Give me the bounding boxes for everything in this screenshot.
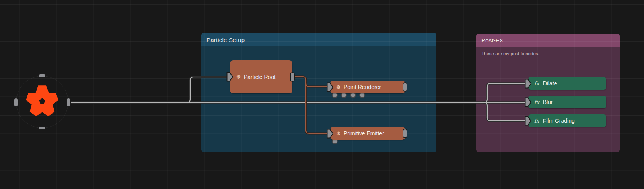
input-port-arrow[interactable] [524, 116, 532, 126]
wire-layer [0, 0, 644, 189]
input-port-arrow[interactable] [326, 82, 334, 93]
wire-to-film-grading[interactable] [484, 102, 527, 121]
wire-to-primitive-emitter[interactable] [294, 77, 327, 133]
start-node-port-top[interactable] [38, 73, 46, 78]
output-port[interactable] [403, 82, 407, 92]
node-film-grading[interactable]: fx Film Grading [528, 114, 606, 127]
node-dilate[interactable]: fx Dilate [528, 77, 606, 90]
wire-to-dilate-outline [484, 83, 527, 102]
input-port-arrow[interactable] [524, 78, 532, 89]
node-label: Point Renderer [344, 84, 381, 90]
node-label: Dilate [543, 80, 557, 87]
input-port-arrow[interactable] [226, 71, 233, 82]
particle-wire-outline [294, 77, 327, 133]
node-label: Particle Root [244, 74, 276, 80]
wire-to-film-grading-outline [484, 102, 527, 121]
fx-icon: fx [534, 99, 539, 105]
node-blur[interactable]: fx Blur [528, 96, 606, 108]
star-logo-icon[interactable] [22, 81, 62, 122]
snowflake-icon: ❆ [336, 131, 340, 137]
node-label: Film Grading [543, 118, 575, 124]
wire-to-particle-root[interactable] [187, 77, 228, 102]
fx-icon: fx [534, 118, 539, 124]
node-primitive-emitter[interactable]: ❆ Primitive Emitter [330, 127, 405, 140]
snowflake-icon: ❆ [336, 84, 340, 90]
output-port[interactable] [290, 72, 295, 82]
particle-wire-branch-outline [306, 83, 327, 87]
fx-icon: fx [534, 80, 539, 87]
node-label: Primitive Emitter [344, 130, 384, 137]
snowflake-icon: ❆ [236, 74, 241, 80]
input-port-arrow[interactable] [524, 97, 532, 108]
node-graph-canvas[interactable]: Particle Setup Post-FX These are my post… [0, 0, 644, 189]
start-node-port-left[interactable] [14, 98, 18, 107]
wire-to-dilate[interactable] [484, 83, 527, 102]
start-node-port-bottom[interactable] [38, 126, 46, 130]
node-label: Blur [543, 99, 553, 105]
node-point-renderer[interactable]: ❆ Point Renderer [330, 81, 405, 93]
wire-to-particle-root-outline [187, 77, 228, 102]
node-particle-root[interactable]: ❆ Particle Root [230, 60, 292, 93]
output-port[interactable] [403, 129, 407, 138]
input-port-arrow[interactable] [326, 128, 334, 139]
start-node-port-right[interactable] [66, 98, 71, 107]
